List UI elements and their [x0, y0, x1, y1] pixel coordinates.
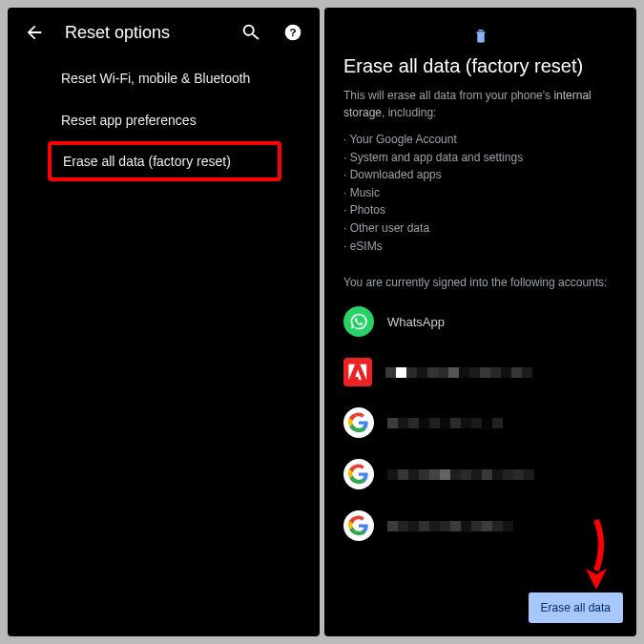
- desc-prefix: This will erase all data from your phone…: [343, 89, 553, 102]
- screen-erase-all-data: Erase all data (factory reset) This will…: [324, 8, 636, 636]
- trash-icon: [343, 27, 617, 48]
- page-title: Reset options: [65, 23, 220, 43]
- header: Reset options ?: [8, 8, 320, 57]
- erase-all-data-button[interactable]: Erase all data: [529, 592, 623, 623]
- account-label: WhatsApp: [387, 315, 445, 329]
- bullet-item: eSIMs: [343, 238, 617, 256]
- google-icon: [343, 459, 374, 489]
- account-row-google-2: [343, 459, 617, 489]
- content: Erase all data (factory reset) This will…: [324, 8, 636, 636]
- signed-in-text: You are currently signed into the follow…: [343, 274, 617, 291]
- help-icon[interactable]: ?: [281, 21, 304, 44]
- svg-text:?: ?: [289, 26, 296, 38]
- google-icon: [343, 407, 374, 438]
- redacted-text: [387, 469, 534, 480]
- back-icon[interactable]: [23, 21, 46, 44]
- description: This will erase all data from your phone…: [343, 87, 617, 121]
- search-icon[interactable]: [239, 21, 262, 44]
- bullet-item: Photos: [343, 201, 617, 219]
- bullet-item: System and app data and settings: [343, 149, 617, 167]
- desc-suffix: , including:: [382, 106, 436, 119]
- whatsapp-icon: [343, 306, 374, 337]
- redacted-text: [387, 418, 503, 428]
- bullet-item: Music: [343, 184, 617, 202]
- account-row-google-3: [343, 510, 617, 541]
- bullet-item: Your Google Account: [343, 131, 617, 149]
- page-title: Erase all data (factory reset): [343, 55, 617, 77]
- bullet-list: Your Google Account System and app data …: [343, 131, 617, 255]
- list-item-reset-app-prefs[interactable]: Reset app preferences: [8, 99, 320, 141]
- highlight-erase-all-data: Erase all data (factory reset): [48, 141, 281, 181]
- google-icon: [343, 510, 374, 541]
- screen-reset-options: Reset options ? Reset Wi-Fi, mobile & Bl…: [8, 8, 320, 636]
- redacted-text: [385, 367, 532, 378]
- redacted-text: [387, 521, 513, 531]
- account-row-whatsapp: WhatsApp: [343, 306, 617, 337]
- list-item-reset-network[interactable]: Reset Wi-Fi, mobile & Bluetooth: [8, 57, 320, 99]
- bullet-item: Other user data: [343, 219, 617, 238]
- list-item-erase-all-data[interactable]: Erase all data (factory reset): [63, 154, 262, 169]
- account-row-google-1: [343, 407, 617, 438]
- adobe-icon: [343, 358, 372, 386]
- bullet-item: Downloaded apps: [343, 166, 617, 184]
- account-row-adobe: [343, 358, 617, 386]
